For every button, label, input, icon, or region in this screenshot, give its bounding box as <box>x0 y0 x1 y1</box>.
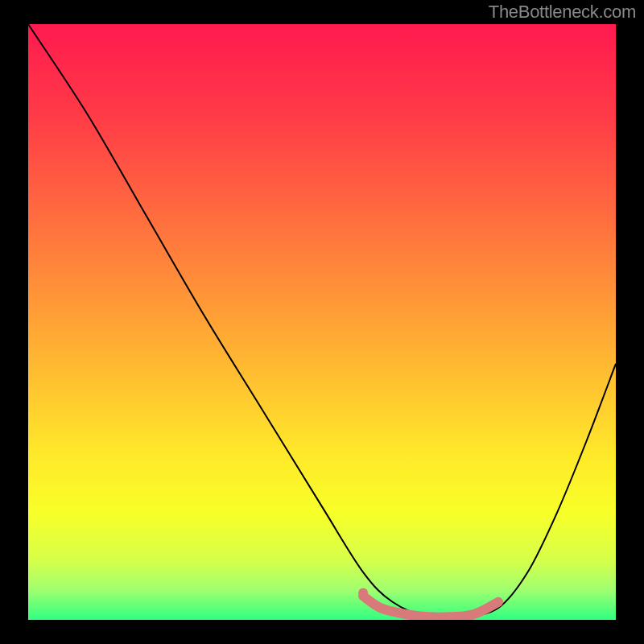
optimal-zone-highlight <box>363 596 498 617</box>
plot-area <box>28 24 616 620</box>
curve-layer <box>28 24 616 620</box>
optimal-zone-left-dot <box>358 588 368 597</box>
watermark-text: TheBottleneck.com <box>489 2 636 23</box>
bottleneck-curve <box>28 24 616 618</box>
chart-container: TheBottleneck.com <box>0 0 644 644</box>
